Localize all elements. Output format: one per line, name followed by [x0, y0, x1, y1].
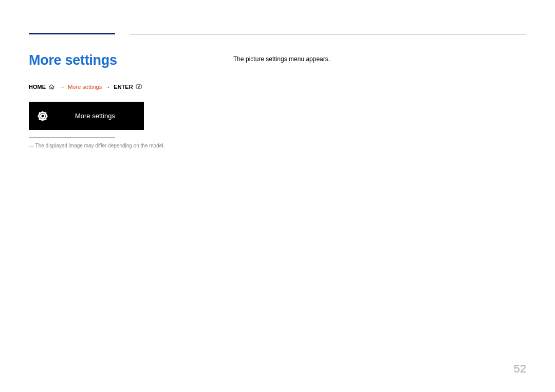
left-column: More settings HOME → More settings → ENT… — [29, 52, 233, 148]
page-title: More settings — [29, 52, 223, 68]
breadcrumb-home: HOME — [29, 84, 46, 90]
note-text: ― The displayed image may differ dependi… — [29, 143, 223, 148]
home-icon — [48, 84, 55, 90]
page-number: 52 — [514, 362, 526, 376]
arrow-icon: → — [59, 84, 65, 90]
svg-rect-6 — [46, 115, 48, 116]
breadcrumb: HOME → More settings → ENTER — [29, 84, 223, 90]
body-text: The picture settings menu appears. — [233, 55, 526, 63]
menu-tile-label: More settings — [57, 112, 144, 120]
svg-point-12 — [42, 115, 44, 117]
enter-icon — [136, 84, 143, 90]
svg-rect-3 — [42, 111, 43, 113]
menu-tile-more-settings: More settings — [29, 102, 144, 130]
breadcrumb-enter: ENTER — [114, 84, 133, 90]
breadcrumb-step: More settings — [68, 84, 102, 90]
svg-rect-5 — [38, 115, 40, 116]
gear-icon — [29, 110, 57, 122]
svg-rect-4 — [42, 119, 43, 121]
arrow-icon: → — [105, 84, 110, 90]
note-rule — [29, 137, 115, 138]
top-rule — [29, 33, 526, 36]
right-column: The picture settings menu appears. — [233, 52, 526, 148]
